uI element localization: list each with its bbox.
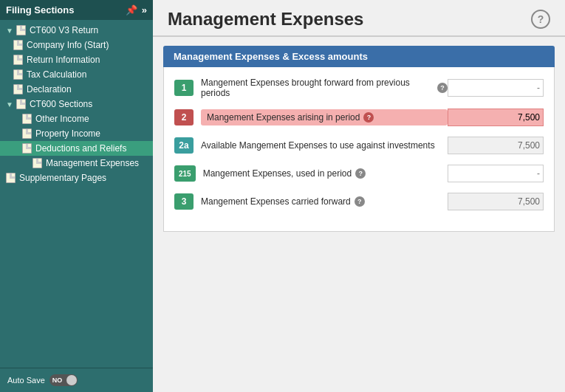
field-label-3: Mangement Expenses carried forward ?	[201, 196, 448, 207]
help-icon-215[interactable]: ?	[355, 168, 366, 179]
pin-icon[interactable]: 📌	[126, 4, 137, 16]
sidebar-item-label: Management Expenses	[46, 158, 139, 168]
page-title-bar: Management Expenses ?	[153, 0, 565, 37]
sidebar-item-company-info[interactable]: Company Info (Start)	[0, 38, 153, 52]
page-title: Management Expenses	[168, 9, 363, 30]
sidebar-item-ct600-sections[interactable]: ▼ CT600 Sections	[0, 97, 153, 111]
field-label-215: Mangement Expenses, used in period ?	[203, 168, 448, 179]
doc-icon	[22, 114, 32, 124]
toggle-no-label: NO	[52, 376, 63, 384]
folder-icon	[16, 99, 26, 109]
doc-icon	[13, 69, 23, 80]
field-badge-3: 3	[174, 193, 194, 210]
doc-icon	[22, 143, 32, 154]
doc-icon	[6, 173, 16, 183]
main-content: Management Expenses ? Management Expense…	[153, 0, 565, 392]
sidebar-item-label: Deductions and Reliefs	[35, 143, 126, 154]
doc-icon	[13, 40, 23, 50]
collapse-icon: ▼	[6, 27, 13, 35]
autosave-label: Auto Save	[7, 376, 45, 385]
sidebar-item-declaration[interactable]: Declaration	[0, 82, 153, 97]
field-row-2a: 2a Available Mangement Expenses to use a…	[174, 137, 544, 154]
sidebar-item-label: Other Income	[35, 114, 89, 124]
help-icon-3[interactable]: ?	[355, 196, 365, 207]
field-badge-2: 2	[174, 109, 194, 125]
sidebar-header-icons: 📌 »	[126, 4, 147, 16]
sidebar-item-label: Tax Calculation	[27, 69, 86, 80]
sidebar-footer: Auto Save NO	[0, 368, 153, 392]
field-input-1[interactable]	[448, 79, 544, 97]
sidebar-item-return-info[interactable]: Return Information	[0, 52, 153, 67]
help-icon-2[interactable]: ?	[363, 112, 374, 123]
sidebar-item-label: Supplementary Pages	[19, 173, 106, 183]
section-body: 1 Mangement Expenses brought forward fro…	[163, 67, 555, 232]
doc-icon	[22, 128, 32, 139]
doc-icon	[32, 158, 42, 168]
field-row-2: 2 Mangement Expenses arising in period ?	[174, 109, 544, 126]
field-row-1: 1 Mangement Expenses brought forward fro…	[174, 78, 544, 98]
collapse-icon: ▼	[6, 100, 13, 109]
help-icon-1[interactable]: ?	[437, 83, 448, 93]
sidebar-tree: ▼ CT600 V3 Return Company Info (Start) R…	[0, 20, 153, 368]
field-badge-215: 215	[174, 165, 196, 182]
section-header: Management Expenses & Excess amounts	[163, 46, 555, 67]
sidebar-item-deductions-reliefs[interactable]: Deductions and Reliefs	[0, 141, 153, 156]
field-label-2a: Available Mangement Expenses to use agai…	[201, 140, 448, 151]
sidebar-item-label: Return Information	[27, 55, 100, 65]
field-badge-2a: 2a	[174, 137, 194, 154]
sidebar-item-label: Company Info (Start)	[27, 40, 109, 50]
field-label-2: Mangement Expenses arising in period ?	[201, 109, 448, 125]
field-input-2a[interactable]	[448, 137, 544, 154]
sidebar-item-ct600[interactable]: ▼ CT600 V3 Return	[0, 23, 153, 38]
field-row-3: 3 Mangement Expenses carried forward ?	[174, 193, 544, 210]
sidebar-item-management-expenses[interactable]: Management Expenses	[0, 156, 153, 171]
help-button[interactable]: ?	[531, 10, 550, 29]
folder-icon	[16, 25, 26, 35]
doc-icon	[13, 84, 23, 94]
sidebar-item-label: CT600 V3 Return	[30, 25, 98, 35]
sidebar-item-label: CT600 Sections	[30, 99, 92, 109]
field-badge-1: 1	[174, 80, 194, 96]
sidebar-item-supplementary[interactable]: Supplementary Pages	[0, 171, 153, 185]
toggle-knob	[66, 375, 77, 385]
field-row-215: 215 Mangement Expenses, used in period ?	[174, 165, 544, 182]
sidebar-title: Filing Sections	[6, 4, 74, 16]
sidebar-item-property-income[interactable]: Property Income	[0, 126, 153, 141]
field-input-3[interactable]	[448, 193, 544, 210]
sidebar-header: Filing Sections 📌 »	[0, 0, 153, 20]
field-label-1: Mangement Expenses brought forward from …	[201, 78, 448, 98]
field-input-2[interactable]	[448, 109, 544, 126]
sidebar-item-label: Declaration	[27, 84, 72, 94]
autosave-toggle[interactable]: NO	[49, 374, 78, 386]
sidebar-item-other-income[interactable]: Other Income	[0, 111, 153, 126]
field-input-215[interactable]	[448, 165, 544, 182]
expand-icon[interactable]: »	[142, 4, 147, 16]
doc-icon	[13, 55, 23, 65]
sidebar-item-label: Property Income	[35, 128, 100, 139]
sidebar: Filing Sections 📌 » ▼ CT600 V3 Return Co…	[0, 0, 153, 392]
sidebar-item-tax-calc[interactable]: Tax Calculation	[0, 67, 153, 82]
